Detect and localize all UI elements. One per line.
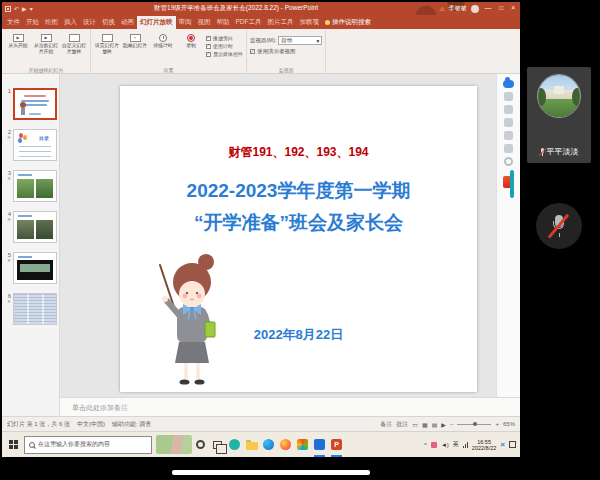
tab-design[interactable]: 设计 [80,16,99,29]
network-icon[interactable] [463,442,468,448]
tray-expand-caret[interactable]: ^ [424,442,427,448]
notes-toggle-button[interactable]: 备注 [380,420,392,429]
microphone-mute-button[interactable] [536,203,582,249]
tab-pdf-tools[interactable]: PDF工具 [233,16,265,29]
animation-star-icon: ∗ [7,258,11,263]
monitor-select[interactable]: 自动 ▾ [278,36,322,45]
comments-toggle-button[interactable]: 批注 [396,420,408,429]
thumbnail-image[interactable]: 目录 [13,129,57,161]
thumbnail-slide-6[interactable]: 6 ∗ [3,293,57,325]
accessibility-status[interactable]: 辅助功能: 调查 [112,420,151,429]
use-timings-checkbox[interactable]: ✓ 使用计时 [206,43,243,49]
account-avatar[interactable] [471,5,479,13]
file-explorer-button[interactable] [243,433,260,457]
speaker-icon[interactable]: ◄) [441,442,449,448]
cloud-sync-icon[interactable] [503,80,514,88]
taskbar-search-input[interactable]: 在这里输入你要搜索的内容 [24,436,152,454]
tool-icon[interactable] [504,118,513,127]
tab-home[interactable]: 开始 [23,16,42,29]
play-narrations-checkbox[interactable]: ✓ 播放旁白 [206,35,243,41]
action-center-icon[interactable] [509,441,516,448]
checkbox-icon: ✓ [206,52,211,57]
participant-tile[interactable]: 平平淡淡 [527,67,591,163]
tab-insert[interactable]: 插入 [61,16,80,29]
hide-slide-button[interactable]: × 隐藏幻灯片 [122,32,148,65]
thumbnail-image[interactable] [13,211,57,243]
cortana-button[interactable] [192,433,209,457]
start-slideshow-icon[interactable]: ▶ [22,6,27,12]
minimize-button[interactable]: — [483,5,494,12]
powerpoint-app-button[interactable]: P [328,433,345,457]
custom-slideshow-button[interactable]: 自定义幻灯片放映 [61,32,87,65]
zoom-level[interactable]: 65% [503,421,515,427]
show-media-controls-checkbox[interactable]: ✓ 显示媒体控件 [206,51,243,57]
meeting-sidebar: 平平淡淡 [522,0,600,480]
tab-picture-tools[interactable]: 图片工具 [265,16,297,29]
zoom-in-button[interactable]: + [495,421,499,427]
thumbnail-image[interactable] [13,88,57,120]
tab-review[interactable]: 审阅 [176,16,195,29]
from-beginning-button[interactable]: ▶ 从头开始 [5,32,31,65]
thumbnail-slide-3[interactable]: 3 ∗ [3,170,57,202]
account-name[interactable]: 李敏敏 [449,4,467,13]
tab-draw[interactable]: 绘图 [42,16,61,29]
tray-butterfly-icon[interactable]: × [500,440,505,449]
language-indicator[interactable]: 中文(中国) [77,420,105,429]
tab-addins[interactable]: 加载项 [297,16,323,29]
thumbnail-image[interactable] [13,170,57,202]
tool-icon[interactable] [504,105,513,114]
notes-pane[interactable]: 单击此处添加备注 [60,397,520,416]
thumbnail-slide-5[interactable]: 5 ∗ [3,252,57,284]
firefox-browser-button[interactable] [277,433,294,457]
presenter-view-checkbox[interactable]: ✓ 使用演示者视图 [250,48,322,55]
setup-slideshow-button[interactable]: 设置幻灯片放映 [94,32,120,65]
task-view-button[interactable] [209,433,226,457]
reading-view-icon[interactable]: ▤ [432,421,438,428]
save-icon[interactable] [5,6,11,12]
taskbar-clock[interactable]: 16:55 2022/8/22 [472,439,496,451]
tool-icon[interactable] [504,144,513,153]
from-current-slide-button[interactable]: ▶ 从当前幻灯片开始 [33,32,59,65]
tool-icon[interactable] [504,92,513,101]
tab-animations[interactable]: 动画 [118,16,137,29]
thumbnail-image[interactable] [13,293,57,325]
thumbnail-slide-1[interactable]: 1 [3,88,57,120]
thumbnail-slide-2[interactable]: 2 ∗ 目录 [3,129,57,161]
tell-me-search[interactable]: 操作说明搜索 [322,16,374,29]
tab-slideshow[interactable]: 幻灯片放映 [137,16,176,29]
bottom-handle[interactable] [172,470,370,475]
edge-browser-button[interactable] [260,433,277,457]
slide-title-line2[interactable]: “开学准备”班会及家长会 [120,210,477,236]
current-slide[interactable]: 财管191、192、193、194 2022-2023学年度第一学期 “开学准备… [120,86,477,392]
news-weather-widget[interactable] [156,435,192,454]
thumbnail-image[interactable] [13,252,57,284]
slide-canvas[interactable]: 财管191、192、193、194 2022-2023学年度第一学期 “开学准备… [60,74,496,397]
start-button[interactable] [2,440,24,449]
tab-help[interactable]: 帮助 [214,16,233,29]
tool-icon[interactable] [504,131,513,140]
rehearse-timings-button[interactable]: 排练计时 [150,32,176,65]
tab-transitions[interactable]: 切换 [99,16,118,29]
slide-sorter-view-icon[interactable]: ▦ [422,421,428,428]
slide-class-list[interactable]: 财管191、192、193、194 [120,144,477,161]
phone-app-button[interactable] [226,433,243,457]
tray-app-icon[interactable] [431,442,437,448]
meeting-app-button[interactable] [311,433,328,457]
close-button[interactable]: × [509,5,517,12]
normal-view-icon[interactable]: ▭ [412,421,418,428]
gear-icon[interactable] [504,157,513,166]
tab-file[interactable]: 文件 [4,16,23,29]
zoom-out-button[interactable]: − [450,421,454,427]
tab-view[interactable]: 视图 [195,16,214,29]
slideshow-view-icon[interactable]: ▶ [441,421,446,428]
thumbnail-slide-4[interactable]: 4 ∗ [3,211,57,243]
scrollbar-thumb[interactable] [510,170,514,198]
record-button[interactable]: 录制 [178,32,204,65]
photos-app-button[interactable] [294,433,311,457]
ime-indicator[interactable]: 英 [453,440,459,449]
undo-icon[interactable]: ↶ [14,6,19,12]
taskbar-app-icons: P [192,433,345,457]
restore-button[interactable]: □ [497,5,505,12]
slide-title-line1[interactable]: 2022-2023学年度第一学期 [120,178,477,204]
zoom-slider[interactable] [457,424,491,425]
